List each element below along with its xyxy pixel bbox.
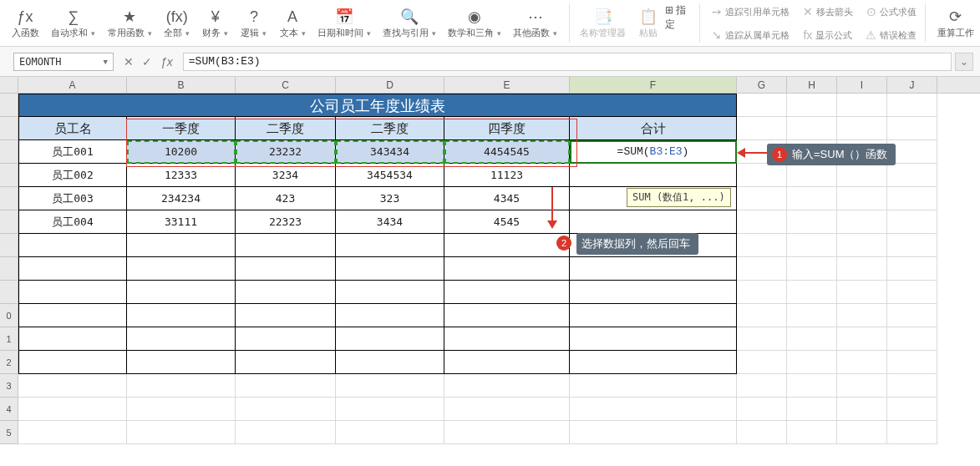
name-box[interactable]: EOMONTH ▼: [13, 53, 114, 71]
cell[interactable]: [236, 281, 336, 304]
col-header-F[interactable]: F: [570, 77, 737, 93]
cell[interactable]: [336, 421, 444, 444]
cell[interactable]: [737, 304, 787, 327]
cell[interactable]: [787, 257, 837, 281]
cell[interactable]: [887, 257, 937, 281]
remove-arrows-button[interactable]: ✕ 移去箭头: [800, 0, 856, 23]
datetime-button[interactable]: 📅 日期和时间: [312, 0, 377, 46]
cell-q2[interactable]: 22323: [236, 210, 336, 234]
cell[interactable]: [887, 94, 937, 117]
finance-button[interactable]: ¥ 财务: [196, 0, 235, 46]
cell[interactable]: [127, 281, 236, 304]
cell[interactable]: [737, 351, 787, 374]
row-header[interactable]: [0, 94, 18, 117]
cell[interactable]: [837, 327, 887, 351]
cell[interactable]: [18, 398, 127, 421]
cell[interactable]: [887, 210, 937, 234]
cell[interactable]: [127, 257, 236, 281]
expand-formula-bar-button[interactable]: ⌄: [955, 53, 973, 71]
error-check-button[interactable]: ⚠ 错误检查: [862, 23, 920, 47]
cell[interactable]: [737, 374, 787, 398]
cell[interactable]: [737, 94, 787, 117]
cell[interactable]: [887, 327, 937, 351]
cell[interactable]: [787, 94, 837, 117]
fx-icon[interactable]: ƒx: [160, 55, 173, 68]
cell[interactable]: [236, 421, 336, 444]
cell[interactable]: [127, 421, 236, 444]
cell[interactable]: [837, 421, 887, 444]
cell-name[interactable]: 员工001: [18, 140, 127, 164]
row-header[interactable]: 2: [0, 351, 18, 374]
cell[interactable]: [444, 421, 570, 444]
col-header-C[interactable]: C: [236, 77, 336, 93]
cell[interactable]: [336, 398, 444, 421]
logic-button[interactable]: ? 逻辑: [235, 0, 273, 46]
row-header[interactable]: 3: [0, 374, 18, 398]
cell[interactable]: [570, 421, 737, 444]
row-header[interactable]: [0, 281, 18, 304]
cell[interactable]: [737, 210, 787, 234]
select-all-corner[interactable]: [0, 77, 18, 93]
cell[interactable]: [787, 164, 837, 187]
cell[interactable]: [887, 117, 937, 140]
cell[interactable]: [127, 327, 236, 351]
insert-function-button[interactable]: ƒx 入函数: [5, 0, 45, 46]
cell[interactable]: [127, 351, 236, 374]
cell[interactable]: [837, 94, 887, 117]
cell[interactable]: [887, 281, 937, 304]
cell[interactable]: [837, 281, 887, 304]
row-header[interactable]: [0, 117, 18, 140]
cell[interactable]: [887, 164, 937, 187]
cell[interactable]: [336, 234, 444, 257]
cell[interactable]: [737, 187, 787, 210]
assign-name-button[interactable]: ⊞ 指定: [665, 3, 695, 32]
cell[interactable]: [444, 327, 570, 351]
cell[interactable]: [336, 257, 444, 281]
cell[interactable]: [336, 374, 444, 398]
cell[interactable]: [336, 281, 444, 304]
cell[interactable]: [787, 304, 837, 327]
cell[interactable]: [887, 374, 937, 398]
name-manager-button[interactable]: 📑 名称管理器: [575, 0, 632, 46]
col-header-H[interactable]: H: [787, 77, 837, 93]
cell-name[interactable]: 员工002: [18, 164, 127, 187]
row-header[interactable]: [0, 210, 18, 234]
cell-sum[interactable]: [570, 164, 737, 187]
col-header-J[interactable]: J: [887, 77, 937, 93]
col-header-A[interactable]: A: [18, 77, 127, 93]
lookup-button[interactable]: 🔍 查找与引用: [377, 0, 442, 46]
cell[interactable]: [737, 281, 787, 304]
col-header-D[interactable]: D: [336, 77, 444, 93]
cell[interactable]: [570, 304, 737, 327]
col-header-G[interactable]: G: [737, 77, 787, 93]
row-header[interactable]: 1: [0, 327, 18, 351]
cell[interactable]: [837, 234, 887, 257]
row-header[interactable]: [0, 140, 18, 164]
formula-input[interactable]: =SUM(B3:E3): [183, 53, 952, 71]
cell[interactable]: [444, 281, 570, 304]
cell[interactable]: [18, 374, 127, 398]
cell[interactable]: [570, 374, 737, 398]
cell[interactable]: [570, 398, 737, 421]
cell[interactable]: [887, 351, 937, 374]
cell[interactable]: [570, 327, 737, 351]
cell[interactable]: [18, 234, 127, 257]
cell[interactable]: [887, 304, 937, 327]
row-header[interactable]: 5: [0, 421, 18, 444]
cell-name[interactable]: 员工003: [18, 187, 127, 210]
row-header[interactable]: 4: [0, 398, 18, 421]
trace-dependents-button[interactable]: ➘ 追踪从属单元格: [708, 23, 793, 47]
cell-name[interactable]: 员工004: [18, 210, 127, 234]
cell[interactable]: [18, 421, 127, 444]
trace-precedents-button[interactable]: ➙ 追踪引用单元格: [708, 0, 793, 23]
cell[interactable]: [837, 257, 887, 281]
cell[interactable]: [837, 398, 887, 421]
col-header-I[interactable]: I: [837, 77, 887, 93]
cell-q1[interactable]: 33111: [127, 210, 236, 234]
cancel-icon[interactable]: ✕: [124, 55, 134, 68]
cell-q3[interactable]: 3454534: [336, 164, 444, 187]
show-formulas-button[interactable]: fx 显示公式: [800, 23, 856, 47]
cell-q2[interactable]: 423: [236, 187, 336, 210]
cell[interactable]: [737, 398, 787, 421]
cell[interactable]: [336, 351, 444, 374]
